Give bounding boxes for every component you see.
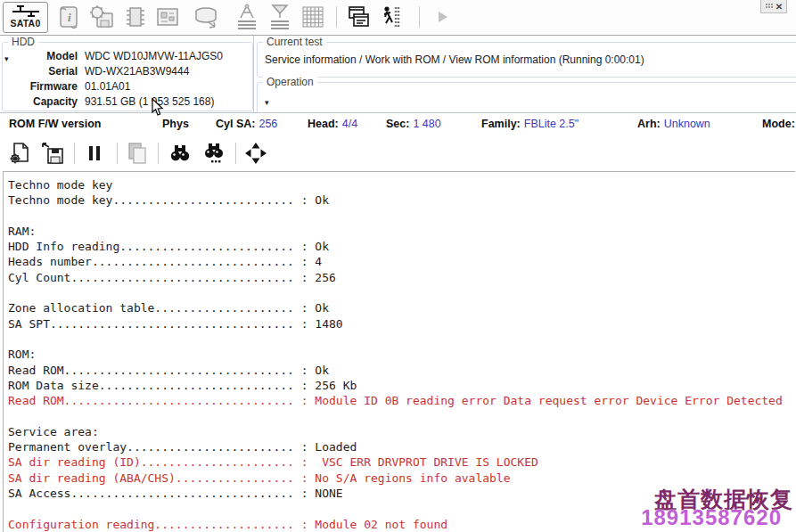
funnel-platters-icon	[267, 4, 293, 30]
terminal-line	[8, 285, 795, 300]
find-next-icon[interactable]	[201, 141, 226, 166]
close-icon: ✕	[775, 2, 783, 12]
status-bar: ROM F/W version Phys Cyl SA:256 Head:4/4…	[0, 112, 796, 136]
terminal-line-error: SA dir reading (ABA/CHS)................…	[8, 471, 795, 486]
disk-refresh-icon	[193, 4, 220, 30]
hdd-report-icon: i	[55, 4, 82, 30]
mouse-cursor	[152, 98, 164, 117]
run-script-icon[interactable]	[7, 141, 32, 166]
operation-title: Operation	[263, 76, 317, 88]
current-test-title: Current test	[263, 36, 326, 48]
hdd-field-firmware: Firmware01.01A01	[4, 80, 130, 93]
status-rom-fw-version: ROM F/W version	[9, 118, 104, 130]
toolbar-separator	[235, 143, 236, 164]
toolbar-separator	[336, 6, 337, 28]
svg-text:i: i	[68, 11, 71, 24]
toolbar-separator	[117, 143, 118, 164]
toolbar-separator	[419, 6, 420, 28]
dock-grid-icon	[765, 3, 773, 11]
status-mode: Mode:	[762, 118, 796, 130]
status-cyl-sa: Cyl SA:256	[216, 118, 277, 130]
wd-utility-window: { "toolbar_top": { "port_button_label": …	[0, 0, 796, 532]
terminal-line: Permanent overlay.......................…	[8, 439, 795, 454]
sector-grid-icon	[300, 4, 326, 30]
pcb-board-icon	[154, 4, 181, 30]
terminal-line	[8, 209, 795, 224]
main-toolbar: SATA0 i	[0, 0, 796, 36]
sata0-port-label: SATA0	[4, 18, 47, 29]
window-close-button[interactable]: ✕	[760, 0, 787, 13]
status-head: Head:4/4	[308, 118, 357, 130]
terminal-line: Zone allocation table...................…	[8, 300, 795, 315]
terminal-line: Service area:	[8, 424, 795, 439]
status-sec: Sec:1 480	[386, 118, 441, 130]
terminal-line: Read ROM................................…	[8, 363, 795, 378]
toolbar-separator	[74, 143, 75, 164]
terminal-output: Techno mode key Techno mode key.........…	[3, 171, 795, 532]
terminal-line: HDD Info reading........................…	[8, 239, 795, 254]
utilities-gear-disk-icon	[88, 4, 115, 30]
terminal-line: SA SPT..................................…	[8, 316, 795, 331]
terminal-line-error: SA dir reading (ID).....................…	[8, 454, 795, 470]
terminal-line: Techno mode key	[8, 177, 795, 192]
status-phys: Phys	[162, 118, 193, 130]
play-icon	[430, 4, 456, 30]
hdd-panel-title: HDD	[8, 36, 38, 48]
panel-splitter[interactable]	[253, 36, 254, 112]
terminal-line	[8, 408, 795, 423]
hdd-panel: HDD ▾ ModelWDC WD10JMVW-11AJGS0 SerialWD…	[2, 42, 253, 111]
tools-toolbar	[0, 135, 796, 171]
status-arh: Arh:Unknown	[637, 118, 710, 130]
hdd-field-capacity: Capacity931.51 GB (1 953 525 168)	[4, 95, 214, 108]
terminal-line: Techno mode key.........................…	[8, 192, 795, 208]
operation-panel: Operation ▾	[257, 82, 796, 112]
hdd-field-serial: SerialWD-WX21AB3W9444	[4, 65, 189, 78]
terminal-line: Heads number............................…	[8, 254, 795, 269]
operation-dropdown-caret[interactable]: ▾	[265, 99, 269, 107]
save-rom-icon[interactable]	[40, 141, 65, 166]
terminal-line: Cyl Count...............................…	[8, 270, 795, 285]
watermark-phone: 18913587620	[641, 505, 782, 530]
chip-icon	[122, 4, 149, 30]
exit-man-icon[interactable]	[378, 4, 405, 30]
current-test-panel: Current test Service information / Work …	[257, 42, 796, 78]
calipers-platters-icon	[234, 4, 260, 30]
terminal-line: RAM:	[8, 224, 795, 239]
sata0-port-button[interactable]: SATA0	[3, 2, 48, 33]
sata-bus-icon	[4, 4, 47, 17]
hdd-field-model: ModelWDC WD10JMVW-11AJGS0	[4, 50, 223, 62]
pause-icon[interactable]	[82, 141, 107, 166]
terminal-line-error: Read ROM................................…	[8, 393, 795, 408]
toolbar-separator	[158, 143, 159, 164]
status-family: Family:FBLite 2.5"	[481, 118, 579, 130]
copy-icon	[125, 141, 150, 166]
terminal-line	[8, 331, 795, 347]
terminal-line: ROM:	[8, 347, 795, 362]
terminal-line: ROM Data size...........................…	[8, 378, 795, 393]
navigate-arrows-icon[interactable]	[243, 141, 268, 166]
find-icon[interactable]	[168, 141, 193, 166]
cascade-windows-icon[interactable]	[346, 4, 373, 30]
current-test-status: Service information / Work with ROM / Vi…	[265, 53, 644, 66]
